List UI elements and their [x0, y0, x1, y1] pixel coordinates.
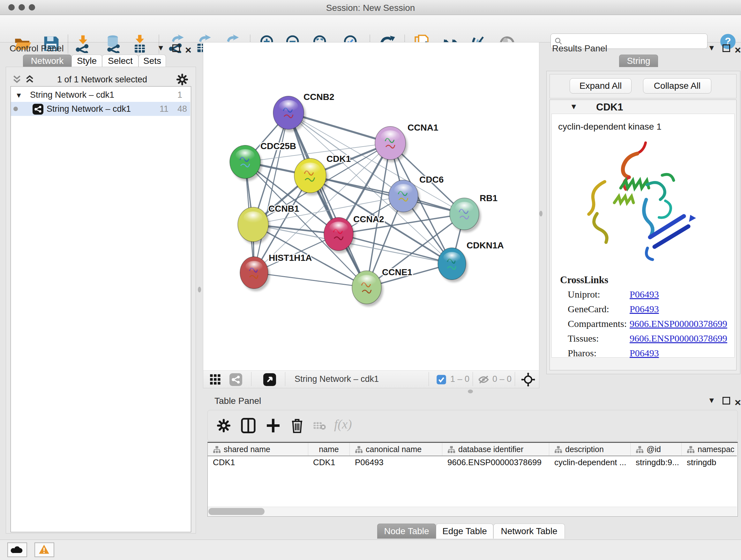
network-node-rb1[interactable]: RB1 — [450, 193, 497, 233]
table-gear-icon[interactable] — [217, 419, 231, 433]
protein-structure-image — [566, 137, 717, 265]
network-options-gear-icon[interactable] — [176, 73, 188, 85]
tab-network[interactable]: Network — [23, 55, 71, 67]
column-header-database-identifier[interactable]: database identifier — [442, 443, 549, 455]
right-splitter-handle[interactable] — [539, 211, 542, 216]
column-header-shared-name[interactable]: shared name — [208, 443, 308, 455]
left-splitter-handle[interactable] — [198, 287, 201, 293]
network-status-dot — [13, 107, 18, 111]
import-table-icon[interactable] — [131, 35, 149, 53]
cell-id[interactable]: stringdb:9... — [636, 457, 680, 468]
show-columns-icon[interactable] — [241, 418, 256, 433]
grid-view-icon[interactable] — [210, 374, 221, 385]
network-view-title: String Network – cdk1 — [294, 374, 379, 384]
delete-column-icon[interactable] — [290, 418, 304, 433]
network-share-view-icon[interactable] — [229, 373, 242, 386]
tab-select[interactable]: Select — [102, 55, 138, 67]
tab-node-table[interactable]: Node Table — [377, 523, 436, 539]
control-panel-close-icon[interactable]: × — [185, 47, 192, 53]
network-label: String Network – cdk1 — [47, 102, 131, 116]
network-canvas[interactable]: CCNB2 CCNA1 CDC25B CDK1 — [203, 42, 539, 371]
add-column-icon[interactable] — [266, 418, 280, 433]
crosslink-pharos-link[interactable]: P06493 — [630, 348, 659, 359]
results-panel-menu-icon[interactable]: ▼ — [708, 44, 716, 52]
cell-canonical-name[interactable]: P06493 — [355, 457, 384, 468]
crosslink-compartments-link[interactable]: 9606.ENSP00000378699 — [630, 318, 727, 329]
collection-expand-icon[interactable]: ▼ — [15, 89, 22, 102]
cell-namespace[interactable]: stringdb — [687, 457, 717, 468]
table-horizontal-scrollbar[interactable] — [208, 508, 265, 515]
cdk1-entry-title: CDK1 — [596, 102, 623, 113]
horizontal-splitter-handle[interactable] — [468, 389, 473, 393]
column-header-namespace[interactable]: namespac — [682, 443, 737, 455]
tab-string[interactable]: String — [619, 55, 658, 67]
cloud-button[interactable] — [7, 543, 27, 557]
column-header-name[interactable]: name — [308, 443, 350, 455]
collapse-all-icon[interactable] — [11, 75, 22, 84]
tab-sets[interactable]: Sets — [138, 55, 166, 67]
control-panel-menu-icon[interactable]: ▼ — [157, 44, 165, 52]
table-panel-close-icon[interactable]: × — [735, 399, 741, 406]
import-network-icon[interactable] — [74, 35, 92, 53]
crosslink-genecard-link[interactable]: P06493 — [630, 304, 659, 314]
network-node-ccna1[interactable]: CCNA1 — [375, 123, 438, 162]
network-node-ccne1[interactable]: CCNE1 — [352, 267, 412, 307]
network-node-cdc6[interactable]: CDC6 — [389, 175, 444, 214]
crosslink-tissues-link[interactable]: 9606.ENSP00000378699 — [630, 333, 727, 344]
warning-icon — [39, 544, 50, 555]
network-node-hist1h1a[interactable]: HIST1H1A — [240, 253, 312, 291]
results-panel-float-icon[interactable] — [723, 44, 730, 52]
node-label: HIST1H1A — [269, 253, 312, 263]
cell-shared-name[interactable]: CDK1 — [213, 457, 235, 468]
network-collection-row[interactable]: ▼ String Network – cdk1 1 — [11, 88, 190, 101]
separator — [473, 372, 473, 386]
node-count: 11 — [159, 102, 169, 116]
column-header-description[interactable]: description — [549, 443, 630, 455]
cdk1-expand-icon[interactable]: ▼ — [570, 102, 578, 111]
cell-database-identifier[interactable]: 9606.ENSP00000378699 — [448, 457, 542, 468]
birdseye-view-icon[interactable] — [263, 373, 276, 386]
function-builder-disabled: f(x) — [334, 417, 352, 432]
node-table[interactable]: shared name name canonical name database… — [207, 442, 738, 516]
cloud-icon — [10, 545, 23, 554]
node-label: CDC6 — [419, 175, 444, 185]
crosslink-uniprot-link[interactable]: P06493 — [630, 289, 659, 300]
crosslink-label: Pharos: — [568, 348, 596, 359]
hidden-count: 0 – 0 — [492, 374, 512, 384]
window-title: Session: New Session — [0, 3, 741, 13]
import-database-icon[interactable] — [105, 35, 123, 53]
control-panel-float-icon[interactable] — [172, 44, 180, 52]
selected-checkbox-icon[interactable] — [436, 374, 447, 385]
network-node-ccnb2[interactable]: CCNB2 — [273, 92, 334, 132]
separator — [428, 372, 429, 386]
tab-style[interactable]: Style — [71, 55, 102, 67]
column-header-canonical-name[interactable]: canonical name — [350, 443, 442, 455]
fit-selected-crosshair-icon[interactable] — [521, 373, 535, 387]
selected-count: 1 – 0 — [450, 374, 469, 384]
network-row[interactable]: String Network – cdk1 11 48 — [11, 102, 190, 116]
status-bar: Memory — [0, 540, 741, 560]
crosslink-label: Uniprot: — [568, 289, 600, 300]
cell-description[interactable]: cyclin-dependent ... — [554, 457, 629, 468]
separator — [251, 372, 252, 386]
network-node-cdk1[interactable]: CDK1 — [294, 154, 351, 195]
toolbar-separator — [68, 35, 68, 53]
column-header-id[interactable]: @id — [630, 443, 682, 455]
results-panel-close-icon[interactable]: × — [735, 47, 741, 53]
tab-edge-table[interactable]: Edge Table — [436, 523, 493, 539]
collapse-all-button[interactable]: Collapse All — [643, 78, 711, 94]
separator — [285, 372, 285, 386]
node-label: CCNE1 — [382, 267, 412, 277]
cell-name[interactable]: CDK1 — [313, 457, 335, 468]
network-selected-status: 1 of 1 Network selected — [38, 75, 166, 84]
separator — [515, 372, 515, 386]
table-toolbar: f(x) — [207, 410, 738, 441]
expand-all-icon[interactable] — [24, 75, 35, 84]
network-node-cdkn1a[interactable]: CDKN1A — [438, 240, 504, 282]
table-panel-float-icon[interactable] — [723, 397, 730, 405]
table-panel-menu-icon[interactable]: ▼ — [708, 396, 716, 405]
tab-network-table[interactable]: Network Table — [493, 523, 565, 539]
expand-all-button[interactable]: Expand All — [569, 78, 631, 94]
application-window: Session: New Session ? Control Panel ▼ — [0, 0, 741, 560]
warning-button[interactable] — [35, 543, 54, 557]
